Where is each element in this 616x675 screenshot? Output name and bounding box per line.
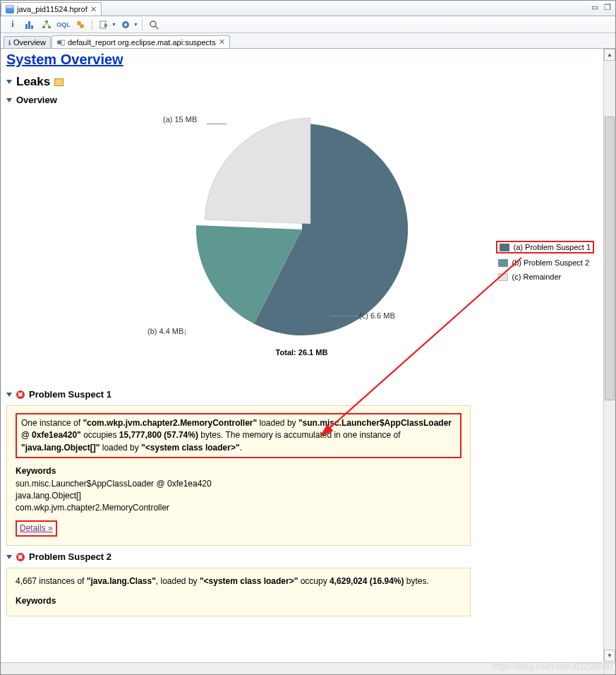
scroll-up-icon[interactable]: ▲ [604,49,615,61]
dropdown-arrow-icon[interactable]: ▼ [111,22,116,27]
tab-label: default_report org.eclipse.mat.api:suspe… [68,38,216,47]
text: , loaded by [156,576,200,586]
keyword: java.lang.Object[] [16,490,461,502]
legend-label: (b) Problem Suspect 2 [512,258,589,267]
vertical-scrollbar[interactable]: ▲ ▼ [603,49,615,662]
text: . [240,443,242,453]
toolbar: i OQL ▼ ▼ [1,16,615,33]
section-title: Leaks [16,75,50,89]
legend-item-a[interactable]: (a) Problem Suspect 1 [496,241,594,253]
editor-tab[interactable]: java_pid11524.hprof ✕ [1,2,102,16]
keywords-title: Keywords [16,465,461,477]
report-icon [56,38,65,47]
editor-tab-bar: java_pid11524.hprof ✕ ▭ ❐ [1,1,615,16]
twistie-icon[interactable] [6,555,12,559]
run-report-button[interactable] [96,18,111,32]
tab-suspects-report[interactable]: default_report org.eclipse.mat.api:suspe… [52,35,230,48]
loader-name: "<system class loader>" [200,576,298,586]
svg-point-14 [150,21,156,27]
legend-item-c[interactable]: (c) Remainder [496,272,594,282]
slice-label-b: (b) 4.4 MB [147,327,183,335]
svg-line-7 [47,23,49,26]
svg-rect-1 [28,21,30,29]
svg-line-6 [44,23,47,26]
heap-dump-icon [6,5,14,13]
histogram-button[interactable] [22,18,37,32]
close-icon[interactable]: ✕ [90,5,97,14]
class-name: "java.lang.Object[]" [21,443,99,453]
system-overview-link[interactable]: System Overview [6,52,597,68]
info-button[interactable]: i [5,18,20,32]
svg-rect-3 [45,20,48,23]
maximize-icon[interactable]: ❐ [604,3,611,12]
section-suspect-1: ✖ Problem Suspect 1 [6,389,597,400]
twistie-icon[interactable] [6,393,12,397]
search-button[interactable] [146,18,162,32]
suspect-1-box: One instance of "com.wkp.jvm.chapter2.Me… [6,405,471,546]
legend-label: (c) Remainder [512,273,562,281]
text: occupies [81,430,119,440]
scroll-thumb[interactable] [605,117,615,400]
slice-label-a: (a) 15 MB [163,115,197,124]
svg-rect-2 [31,25,33,29]
swatch-icon [498,273,508,281]
window-controls: ▭ ❐ [591,3,611,12]
swatch-icon [500,244,509,251]
text: instances of [37,576,87,586]
chart-legend: (a) Problem Suspect 1 (b) Problem Suspec… [496,241,594,286]
svg-rect-17 [61,40,65,45]
query-browser-button[interactable] [118,18,133,32]
report-content: System Overview Leaks Overview (a) 15 MB… [1,49,603,662]
scroll-down-icon[interactable]: ▼ [604,650,615,662]
minimize-icon[interactable]: ▭ [591,3,598,12]
twistie-icon[interactable] [6,98,12,102]
editor-tab-label: java_pid11524.hprof [17,5,87,13]
details-highlight: Details » [16,520,57,537]
text: One instance of [21,418,83,428]
info-icon: i [8,38,11,47]
details-link[interactable]: Details » [20,522,53,534]
svg-rect-5 [48,26,51,28]
keywords-title: Keywords [16,595,461,607]
pie-chart: (a) 15 MB (b) 4.4 MB (c) 6.6 MB Total: 2… [6,109,597,371]
legend-label: (a) Problem Suspect 1 [514,243,591,251]
bytes: 15,777,800 (57.74%) [119,430,198,440]
svg-rect-0 [25,24,28,29]
dropdown-arrow-icon[interactable]: ▼ [133,22,138,27]
class-name: "com.wkp.jvm.chapter2.MemoryController" [83,418,257,428]
keyword: sun.misc.Launcher$AppClassLoader @ 0xfe1… [16,478,461,490]
watermark: https://blog.csdn.net/u01298890 [492,662,612,671]
error-icon: ✖ [16,553,25,561]
svg-line-15 [155,26,158,29]
twistie-icon[interactable] [6,80,12,84]
class-name: "java.lang.Class" [87,576,156,586]
section-title: Problem Suspect 2 [29,551,111,562]
svg-rect-4 [42,26,45,28]
thread-button[interactable] [73,18,88,32]
section-suspect-2: ✖ Problem Suspect 2 [6,551,597,562]
suspect-2-summary: 4,667 instances of "java.lang.Class", lo… [16,575,461,587]
dominator-tree-button[interactable] [39,18,54,32]
text: occupy [298,576,330,586]
section-title: Overview [16,95,57,105]
suspect-2-box: 4,667 instances of "java.lang.Class", lo… [6,568,471,616]
bytes: 4,629,024 (16.94%) [330,576,404,586]
legend-item-b[interactable]: (b) Problem Suspect 2 [496,258,594,268]
chart-total: Total: 26.1 MB [6,348,597,357]
leak-icon [54,78,64,86]
text: bytes. The memory is accumulated in one … [198,430,401,440]
report-tabs: i Overview default_report org.eclipse.ma… [1,33,615,49]
text: bytes. [404,576,428,586]
svg-point-16 [57,40,61,44]
svg-point-13 [124,23,127,26]
keyword: com.wkp.jvm.chapter2.MemoryController [16,502,461,514]
swatch-icon [498,259,508,267]
close-icon[interactable]: ✕ [219,37,225,47]
error-icon: ✖ [16,390,25,399]
oql-button[interactable]: OQL [56,18,71,32]
tab-label: Overview [13,38,46,47]
text: loaded by [99,443,141,453]
tab-overview[interactable]: i Overview [4,36,51,48]
suspect-1-summary: One instance of "com.wkp.jvm.chapter2.Me… [16,413,461,458]
count: 4,667 [16,576,37,586]
